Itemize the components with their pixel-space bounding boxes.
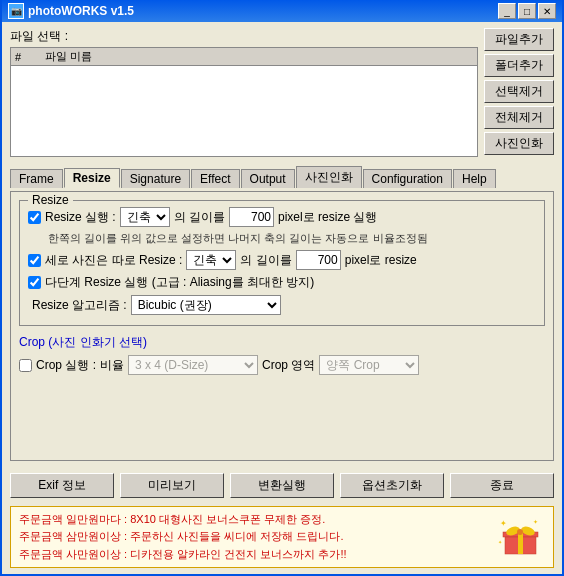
col-header-num: # bbox=[11, 48, 41, 66]
titlebar-left: 📷 photoWORKS v1.5 bbox=[8, 3, 134, 19]
crop-ratio-label: 비율 bbox=[100, 357, 124, 374]
svg-text:✦: ✦ bbox=[498, 539, 502, 545]
tab-resize[interactable]: Resize bbox=[64, 168, 120, 188]
maximize-button[interactable]: □ bbox=[518, 3, 536, 19]
close-button[interactable]: ✕ bbox=[538, 3, 556, 19]
resize-portrait-input[interactable] bbox=[296, 250, 341, 270]
reset-button[interactable]: 옵션초기화 bbox=[340, 473, 444, 498]
ad-line-1: 주문금액 일만원마다 : 8X10 대형사진 보너스쿠폰 무제한 증정. bbox=[19, 511, 495, 528]
svg-text:✦: ✦ bbox=[500, 519, 507, 528]
crop-row: Crop 실행 : 비율 3 x 4 (D-Size) 4 x 6 5 x 7 … bbox=[19, 355, 545, 375]
crop-ratio-select[interactable]: 3 x 4 (D-Size) 4 x 6 5 x 7 bbox=[128, 355, 258, 375]
crop-area-select[interactable]: 양쪽 Crop 좌우 Crop 상하 Crop bbox=[319, 355, 419, 375]
minimize-button[interactable]: _ bbox=[498, 3, 516, 19]
resize-of-label: 의 길이를 bbox=[174, 209, 225, 226]
resize-execute-label: Resize 실행 : bbox=[45, 209, 116, 226]
resize-execute-checkbox[interactable] bbox=[28, 211, 41, 224]
crop-section-label: Crop (사진 인화기 선택) bbox=[19, 334, 545, 351]
file-table: # 파일 미름 bbox=[11, 48, 477, 76]
right-buttons: 파일추가 폴더추가 선택제거 전체제거 사진인화 bbox=[484, 28, 554, 157]
svg-rect-2 bbox=[518, 532, 523, 554]
svg-text:✦: ✦ bbox=[533, 519, 538, 525]
resize-width-input[interactable] bbox=[229, 207, 274, 227]
titlebar: 📷 photoWORKS v1.5 _ □ ✕ bbox=[2, 0, 562, 22]
resize-suffix-2: pixel로 resize bbox=[345, 252, 417, 269]
resize-row-1: Resize 실행 : 긴축 짧축 의 길이를 pixel로 resize 실행 bbox=[28, 207, 536, 227]
resize-row-2: 세로 사진은 따로 Resize : 긴축 짧축 의 길이를 pixel로 re… bbox=[28, 250, 536, 270]
svg-point-5 bbox=[517, 529, 523, 535]
resize-note: 한쪽의 길이를 위의 값으로 설정하면 나머지 축의 길이는 자동으로 비율조정… bbox=[48, 231, 536, 246]
resize-axis-select[interactable]: 긴축 짧축 bbox=[120, 207, 170, 227]
app-icon: 📷 bbox=[8, 3, 24, 19]
gift-svg: ✦ ✦ ✦ bbox=[498, 514, 543, 559]
file-table-body bbox=[11, 66, 477, 77]
ad-text: 주문금액 일만원마다 : 8X10 대형사진 보너스쿠폰 무제한 증정. 주문금… bbox=[19, 511, 495, 564]
crop-execute-checkbox[interactable] bbox=[19, 359, 32, 372]
tab-effect[interactable]: Effect bbox=[191, 169, 239, 188]
tab-frame[interactable]: Frame bbox=[10, 169, 63, 188]
resize-portrait-label: 세로 사진은 따로 Resize : bbox=[45, 252, 182, 269]
tab-help[interactable]: Help bbox=[453, 169, 496, 188]
ad-line-2: 주문금액 삼만원이상 : 주문하신 사진들을 씨디에 저장해 드립니다. bbox=[19, 528, 495, 545]
add-file-button[interactable]: 파일추가 bbox=[484, 28, 554, 51]
resize-multistep-label: 다단계 Resize 실행 (고급 : Aliasing를 최대한 방지) bbox=[45, 274, 314, 291]
main-content: 파일 선택 : # 파일 미름 bbox=[2, 22, 562, 574]
resize-algo-label: Resize 알고리즘 : bbox=[32, 297, 127, 314]
file-area: 파일 선택 : # 파일 미름 bbox=[10, 28, 478, 157]
crop-execute-label: Crop 실행 : bbox=[36, 357, 96, 374]
add-folder-button[interactable]: 폴더추가 bbox=[484, 54, 554, 77]
thumbnail-button[interactable]: 사진인화 bbox=[484, 132, 554, 155]
ad-line-3: 주문금액 사만원이상 : 디카전용 알카라인 건전지 보너스까지 추가!! bbox=[19, 546, 495, 563]
tab-output[interactable]: Output bbox=[241, 169, 295, 188]
bottom-buttons: Exif 정보 미리보기 변환실행 옵션초기화 종료 bbox=[10, 469, 554, 502]
file-table-container: # 파일 미름 bbox=[10, 47, 478, 157]
file-selection-area: 파일 선택 : # 파일 미름 bbox=[10, 28, 554, 157]
resize-row-3: 다단계 Resize 실행 (고급 : Aliasing를 최대한 방지) bbox=[28, 274, 536, 291]
file-section-label: 파일 선택 : bbox=[10, 28, 478, 45]
resize-legend: Resize bbox=[28, 193, 73, 207]
titlebar-controls: _ □ ✕ bbox=[498, 3, 556, 19]
exif-button[interactable]: Exif 정보 bbox=[10, 473, 114, 498]
resize-algo-select[interactable]: Bicubic (권장) Bilinear Nearest Neighbor bbox=[131, 295, 281, 315]
run-button[interactable]: 변환실행 bbox=[230, 473, 334, 498]
resize-portrait-checkbox[interactable] bbox=[28, 254, 41, 267]
tab-panel-resize: Resize Resize 실행 : 긴축 짧축 의 길이를 pixel로 re… bbox=[10, 191, 554, 461]
main-window: 📷 photoWORKS v1.5 _ □ ✕ 파일 선택 : # 파일 미름 bbox=[0, 0, 564, 576]
ad-gift-icon: ✦ ✦ ✦ bbox=[495, 512, 545, 562]
ad-banner: 주문금액 일만원마다 : 8X10 대형사진 보너스쿠폰 무제한 증정. 주문금… bbox=[10, 506, 554, 569]
tab-print[interactable]: 사진인화 bbox=[296, 166, 362, 188]
exit-button[interactable]: 종료 bbox=[450, 473, 554, 498]
tab-config[interactable]: Configuration bbox=[363, 169, 452, 188]
tabs-container: Frame Resize Signature Effect Output 사진인… bbox=[10, 165, 554, 187]
resize-group: Resize Resize 실행 : 긴축 짧축 의 길이를 pixel로 re… bbox=[19, 200, 545, 326]
resize-portrait-axis-select[interactable]: 긴축 짧축 bbox=[186, 250, 236, 270]
tab-signature[interactable]: Signature bbox=[121, 169, 190, 188]
crop-area-label: Crop 영역 bbox=[262, 357, 315, 374]
resize-row-4: Resize 알고리즘 : Bicubic (권장) Bilinear Near… bbox=[28, 295, 536, 315]
app-title: photoWORKS v1.5 bbox=[28, 4, 134, 18]
col-header-name: 파일 미름 bbox=[41, 48, 477, 66]
remove-selected-button[interactable]: 선택제거 bbox=[484, 80, 554, 103]
preview-button[interactable]: 미리보기 bbox=[120, 473, 224, 498]
table-row bbox=[11, 74, 477, 76]
resize-multistep-checkbox[interactable] bbox=[28, 276, 41, 289]
remove-all-button[interactable]: 전체제거 bbox=[484, 106, 554, 129]
crop-section: Crop (사진 인화기 선택) Crop 실행 : 비율 3 x 4 (D-S… bbox=[19, 334, 545, 375]
resize-suffix-1: pixel로 resize 실행 bbox=[278, 209, 377, 226]
resize-of-label-2: 의 길이를 bbox=[240, 252, 291, 269]
